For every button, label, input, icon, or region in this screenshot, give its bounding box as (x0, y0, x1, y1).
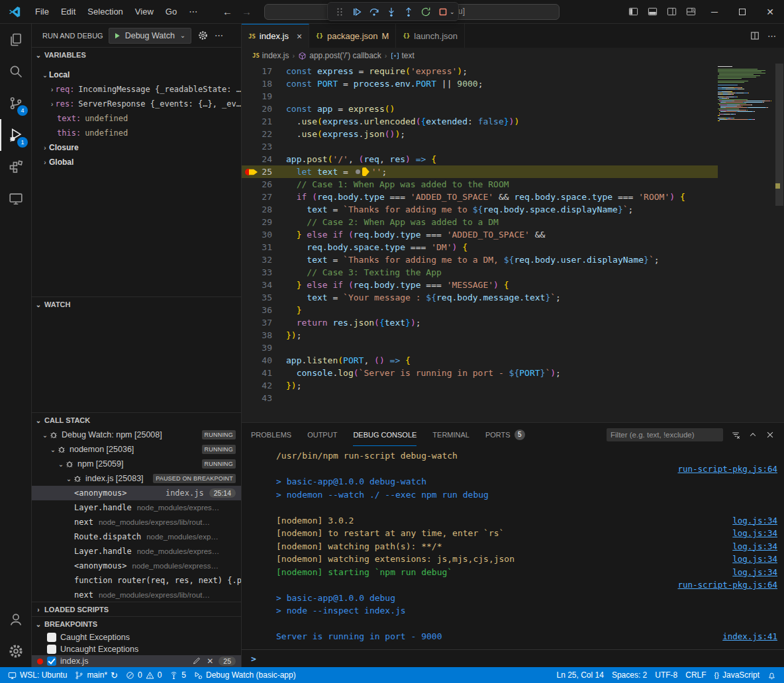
line-number[interactable]: 21 (242, 115, 272, 128)
line-number[interactable]: 37 (242, 316, 272, 329)
breakpoint-checkbox[interactable] (47, 633, 56, 642)
source-location-link[interactable]: log.js:34 (732, 514, 777, 527)
code-line-38[interactable]: 38}); (242, 329, 718, 342)
status-item-encoding[interactable]: UTF-8 (651, 667, 681, 683)
variable-row[interactable]: ›res:ServerResponse {_events: {…}, _ev… (32, 97, 241, 111)
sidebar-item-extensions[interactable] (0, 151, 31, 183)
call-stack-section-header[interactable]: ⌄CALL STACK (32, 413, 241, 428)
panel-tab-ports[interactable]: PORTS5 (485, 423, 525, 446)
editor-more-actions-icon[interactable]: ⋯ (767, 31, 776, 41)
source-location-link[interactable]: log.js:34 (732, 566, 777, 579)
line-number[interactable]: 35 (242, 291, 272, 304)
menu-item-file[interactable]: File (29, 4, 55, 20)
code-line-31[interactable]: 31 req.body.space.type === 'DM') { (242, 241, 718, 253)
variable-row[interactable]: this:undefined (32, 126, 241, 140)
variables-scope-closure[interactable]: ›Closure (32, 140, 241, 155)
status-item-eol[interactable]: CRLF (681, 667, 710, 683)
watch-section-header[interactable]: ⌄WATCH (32, 297, 241, 312)
call-stack-frame[interactable]: Route.dispatchnode_modules/exp… (32, 529, 241, 544)
navigate-back-icon[interactable]: ← (222, 6, 232, 17)
minimize-icon[interactable]: ─ (701, 0, 728, 23)
line-number[interactable]: 18 (242, 77, 272, 90)
menu-item-[interactable]: ⋯ (183, 4, 203, 20)
minimap[interactable] (718, 66, 775, 123)
call-stack-frame[interactable]: Layer.handlenode_modules/expres… (32, 544, 241, 559)
filter-icon[interactable] (731, 430, 740, 439)
step-out-icon[interactable] (400, 3, 417, 21)
panel-tab-output[interactable]: OUTPUT (307, 423, 337, 446)
variables-scope-local[interactable]: ⌄Local (32, 68, 241, 82)
sidebar-item-run-and-debug[interactable]: 1 (0, 119, 31, 151)
source-location-link[interactable]: run-script-pkg.js:64 (677, 463, 777, 476)
close-tab-icon[interactable]: × (297, 31, 302, 42)
step-into-icon[interactable] (383, 3, 400, 21)
menu-item-edit[interactable]: Edit (55, 4, 81, 20)
line-number[interactable]: 23 (242, 140, 272, 153)
source-location-link[interactable]: run-script-pkg.js:64 (677, 578, 777, 592)
code-line-35[interactable]: 35 text = `Your message : ${req.body.mes… (242, 291, 718, 304)
remove-breakpoint-close-icon[interactable]: ✕ (207, 657, 213, 666)
call-stack-frame[interactable]: <anonymous>node_modules/express… (32, 559, 241, 573)
line-number[interactable]: 40 (242, 354, 272, 367)
status-item-remote[interactable]: WSL: Ubuntu (4, 667, 71, 683)
maximize-icon[interactable] (728, 0, 756, 23)
debug-console-input[interactable]: > (242, 649, 784, 667)
variables-section-header[interactable]: ⌄VARIABLES (32, 48, 241, 62)
line-number[interactable]: 31 (242, 241, 272, 253)
breakpoint-checkbox[interactable] (47, 645, 56, 654)
line-number[interactable]: 41 (242, 367, 272, 379)
code-line-36[interactable]: 36 } (242, 304, 718, 316)
line-number[interactable]: 26 (242, 178, 272, 191)
collapse-panel-chevron-icon[interactable] (748, 430, 758, 439)
breakpoint-checkbox[interactable] (47, 657, 56, 666)
step-over-icon[interactable] (366, 3, 383, 21)
line-number[interactable]: 22 (242, 128, 272, 140)
toggle-panel-icon[interactable] (643, 0, 662, 23)
account-icon[interactable] (0, 604, 31, 635)
menu-item-selection[interactable]: Selection (81, 4, 128, 20)
settings-gear-icon[interactable] (0, 635, 31, 667)
code-line-19[interactable]: 19 (242, 90, 718, 103)
line-number[interactable]: 33 (242, 266, 272, 279)
line-number[interactable]: 34 (242, 279, 272, 291)
sidebar-item-explorer[interactable] (0, 24, 31, 56)
code-line-22[interactable]: 22 .use(express.json()); (242, 128, 718, 140)
code-line-18[interactable]: 18const PORT = process.env.PORT || 9000; (242, 77, 718, 90)
panel-tab-problems[interactable]: PROBLEMS (251, 423, 291, 446)
code-line-21[interactable]: 21 .use(express.urlencoded({extended: fa… (242, 115, 718, 128)
status-item-problems[interactable]: 00 (122, 667, 166, 683)
line-number[interactable]: 28 (242, 203, 272, 216)
line-number[interactable]: 36 (242, 304, 272, 316)
code-line-32[interactable]: 32 text = `Thanks for adding me to a DM,… (242, 253, 718, 266)
panel-tab-terminal[interactable]: TERMINAL (432, 423, 469, 446)
sidebar-item-source-control[interactable]: 4 (0, 87, 31, 119)
code-line-27[interactable]: 27 if (req.body.type === 'ADDED_TO_SPACE… (242, 191, 718, 203)
breakpoints-section-header[interactable]: ⌄BREAKPOINTS (32, 617, 241, 631)
call-stack-session[interactable]: ⌄Debug Watch: npm [25008]RUNNING (32, 428, 241, 442)
line-number[interactable]: 20 (242, 103, 272, 115)
customize-layout-icon[interactable] (681, 0, 701, 23)
line-number[interactable]: 43 (242, 392, 272, 404)
code-line-41[interactable]: 41 console.log(`Server is running in por… (242, 367, 718, 379)
stop-dropdown-chevron-icon[interactable]: ⌄ (450, 9, 455, 15)
line-number[interactable]: 24 (242, 153, 272, 165)
code-line-34[interactable]: 34 } else if (req.body.type === 'MESSAGE… (242, 279, 718, 291)
views-more-actions-icon[interactable]: ⋯ (215, 30, 223, 40)
code-line-28[interactable]: 28 text = `Thanks for adding me to ${req… (242, 203, 718, 216)
breakpoint-row[interactable]: index.js✕25 (32, 655, 241, 667)
code-line-40[interactable]: 40app.listen(PORT, () => { (242, 354, 718, 367)
code-line-37[interactable]: 37 return res.json({text}); (242, 316, 718, 329)
status-item-cursor-position[interactable]: Ln 25, Col 14 (553, 667, 608, 683)
loaded-scripts-section-header[interactable]: ›LOADED SCRIPTS (32, 602, 241, 616)
continue-icon[interactable] (348, 3, 366, 21)
menu-item-go[interactable]: Go (160, 4, 183, 20)
variable-row[interactable]: ›req:IncomingMessage {_readableState: … (32, 82, 241, 97)
code-editor[interactable]: 17const express = require('express');18c… (242, 64, 784, 422)
line-number[interactable]: 19 (242, 90, 272, 103)
close-window-icon[interactable]: ✕ (756, 0, 784, 23)
navigate-forward-icon[interactable]: → (242, 6, 252, 17)
status-item-branch[interactable]: main*↻ (71, 667, 122, 683)
console-filter-input[interactable]: Filter (e.g. text, !exclude) (607, 428, 723, 441)
code-line-17[interactable]: 17const express = require('express'); (242, 65, 718, 77)
editor-scrollbar[interactable] (775, 64, 784, 422)
